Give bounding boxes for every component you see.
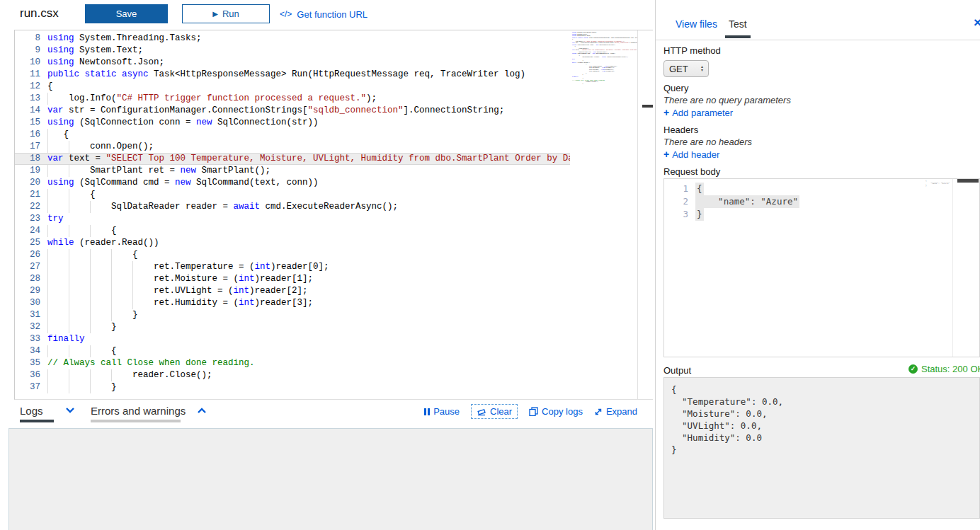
pause-label: Pause [433, 406, 460, 417]
code-text: } [47, 381, 117, 393]
token: } [47, 382, 117, 392]
code-line: 21 { [15, 189, 571, 201]
code-text: var text = "SELECT Top 100 Temperature, … [47, 153, 589, 165]
save-button[interactable]: Save [85, 4, 168, 23]
line-number: 17 [15, 141, 40, 153]
add-parameter-label: Add parameter [672, 108, 733, 118]
token: text = [64, 154, 106, 163]
play-icon: ▶ [212, 10, 218, 18]
request-body-editor[interactable]: 1{2 "name": "Azure"3} { "name": "Azure"} [663, 178, 980, 357]
code-line: 30 ret.Humidity = (int)reader[3]; [15, 297, 571, 309]
line-number: 36 [15, 369, 40, 381]
token: try [47, 214, 64, 224]
expand-button[interactable]: Expand [594, 406, 637, 417]
clear-button[interactable]: Clear [471, 404, 518, 419]
run-button[interactable]: ▶ Run [182, 4, 270, 23]
token: "sqldb_connection" [614, 42, 629, 44]
token: )reader[3]; [255, 298, 314, 308]
code-line: 10using Newtonsoft.Json; [15, 57, 571, 69]
tab-errors-and-warnings[interactable]: Errors and warnings [91, 405, 186, 417]
logs-console [8, 428, 653, 530]
token: using [47, 117, 74, 127]
request-body-scroll-thumb[interactable] [957, 179, 979, 183]
get-function-url-link[interactable]: </> Get function URL [280, 9, 368, 20]
pause-button[interactable]: Pause [424, 406, 460, 417]
plus-icon: + [663, 107, 669, 118]
token: public static async [572, 38, 588, 39]
token: Newtonsoft.Json; [74, 57, 165, 67]
minimap[interactable]: using System.Threading.Tasks;using Syste… [570, 30, 638, 400]
line-number: 18 [15, 153, 40, 165]
token: public static async [47, 69, 149, 79]
request-body-lines: 1{2 "name": "Azure"3} [664, 183, 979, 221]
code-text: using (SqlConnection conn = new SqlConne… [47, 117, 319, 129]
line-number: 22 [15, 201, 40, 213]
add-header-link[interactable]: +Add header [663, 149, 719, 160]
close-icon[interactable]: × [974, 15, 980, 30]
token: ret.UVLight = ( [47, 286, 234, 296]
expand-label: Expand [606, 406, 637, 417]
code-text: using Newtonsoft.Json; [47, 57, 164, 69]
code-text: finally [47, 333, 85, 345]
request-body-minimap: { "name": "Azure"} [925, 180, 950, 188]
token: cmd.ExecuteReaderAsync(); [260, 202, 398, 212]
token: Task<HttpResponseMessage> Run(HttpReques… [588, 38, 637, 39]
line-number: 9 [15, 45, 40, 57]
code-text: conn.Open(); [47, 141, 154, 153]
status-text: Status: 200 OK [921, 364, 980, 374]
token: SqlDataReader reader = [572, 57, 602, 58]
headers-empty-text: There are no headers [663, 137, 752, 147]
copy-logs-label: Copy logs [542, 406, 583, 417]
file-title: run.csx [20, 6, 59, 21]
code-line: 17 conn.Open(); [15, 141, 571, 153]
http-method-select[interactable]: GET ▴ ▾ [663, 60, 709, 77]
output-code: { "Temperature": 0.0, "Moisture": 0.0, "… [671, 384, 972, 456]
toolbar: run.csx Save ▶ Run </> Get function URL [0, 0, 655, 28]
code-text: } [47, 309, 138, 321]
logs-bar: Logs Errors and warnings Pause Clear [14, 400, 653, 425]
copy-logs-button[interactable]: Copy logs [529, 406, 583, 417]
code-line: 36 reader.Close(); [15, 369, 571, 381]
code-text: using (SqlCommand cmd = new SqlCommand(t… [47, 177, 319, 189]
request-body-line: 2 "name": "Azure" [664, 195, 979, 208]
line-number: 23 [15, 213, 40, 225]
request-body-scrollbar[interactable] [952, 179, 979, 357]
minimap-line: public static async Task<HttpResponseMes… [572, 38, 637, 40]
line-number: 1 [664, 183, 688, 195]
add-parameter-link[interactable]: +Add parameter [663, 107, 733, 118]
token: conn.Open(); [47, 142, 154, 151]
token: SqlCommand(text, conn)) [595, 53, 615, 54]
code-text: { [47, 81, 53, 93]
token: ); [366, 93, 377, 103]
output-label: Output [663, 365, 691, 376]
tab-view-files[interactable]: View files [676, 18, 717, 30]
code-line: 24 { [15, 225, 571, 237]
line-number: 20 [15, 177, 40, 189]
token: SqlConnection(str)) [598, 45, 615, 46]
token: SqlCommand(text, conn)) [191, 178, 319, 188]
line-number: 3 [664, 208, 688, 221]
code-text: using System.Text; [47, 45, 143, 57]
token: while [47, 238, 74, 248]
line-number: 21 [15, 189, 40, 201]
code-line: 23try [15, 213, 571, 225]
code-text: { [47, 189, 96, 201]
token: { [47, 250, 138, 260]
token: (SqlConnection conn = [576, 45, 596, 46]
chevron-down-icon[interactable] [65, 407, 75, 414]
token: { [47, 226, 117, 236]
output-box: { "Temperature": 0.0, "Moisture": 0.0, "… [663, 377, 980, 519]
code-editor[interactable]: 8using System.Threading.Tasks;9using Sys… [14, 30, 653, 400]
token: str = ConfigurationManager.ConnectionStr… [64, 105, 308, 115]
line-number: 27 [15, 261, 40, 273]
log-actions: Pause Clear Copy logs Expand [424, 404, 637, 419]
line-number: 15 [15, 117, 40, 129]
token: (reader.Read()) [74, 238, 159, 248]
chevron-up-icon[interactable] [197, 407, 207, 414]
clear-label: Clear [490, 406, 512, 417]
code-text: while (reader.Read()) [47, 237, 159, 249]
tab-test[interactable]: Test [729, 18, 747, 30]
scrollbar-thumb[interactable] [642, 105, 653, 108]
line-number: 11 [15, 69, 40, 81]
tab-logs[interactable]: Logs [20, 405, 43, 417]
